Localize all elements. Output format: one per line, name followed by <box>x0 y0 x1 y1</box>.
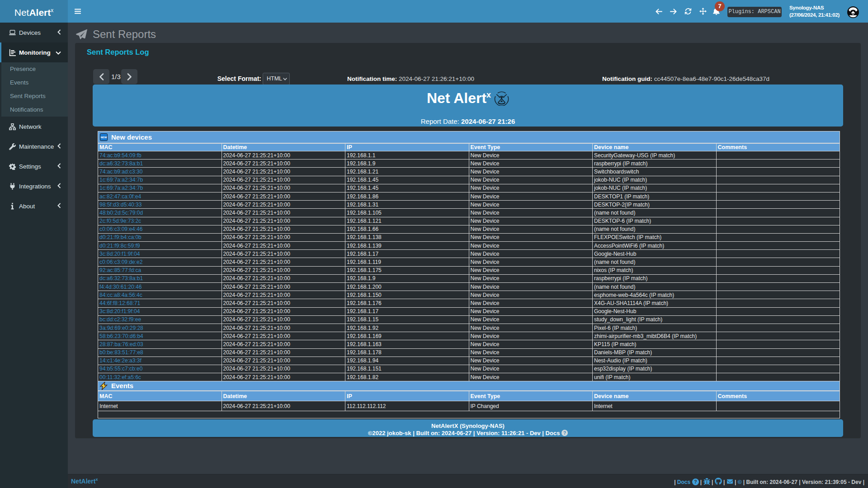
svg-text:?: ? <box>563 431 566 436</box>
svg-text:?: ? <box>694 479 697 484</box>
svg-text:NEW: NEW <box>101 136 107 139</box>
